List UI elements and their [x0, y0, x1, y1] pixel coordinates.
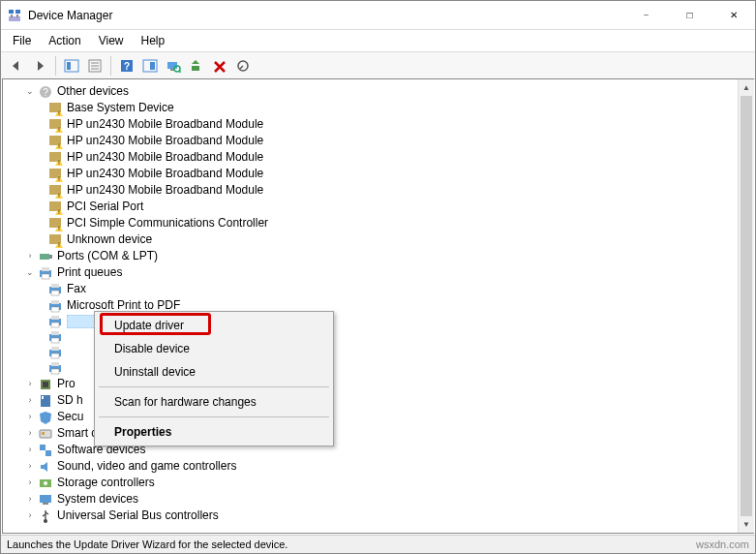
usb-icon [38, 508, 53, 524]
svg-line-18 [179, 71, 181, 73]
svg-text:!: ! [58, 208, 60, 215]
maximize-button[interactable]: □ [668, 1, 711, 30]
tree-node-device[interactable]: !HP un2430 Mobile Broadband Module [5, 182, 751, 199]
svg-rect-60 [51, 307, 59, 312]
tree-node-storage[interactable]: ›Storage controllers [5, 475, 751, 491]
sd-icon [38, 393, 53, 409]
svg-rect-54 [42, 274, 49, 279]
printer-icon [47, 314, 63, 329]
expander-icon[interactable]: ⌄ [24, 267, 36, 279]
expander-icon[interactable]: › [24, 379, 36, 390]
svg-rect-80 [45, 450, 51, 456]
scroll-thumb[interactable] [741, 96, 752, 516]
other-devices-icon: ? [38, 84, 53, 100]
tree-node-sound[interactable]: ›Sound, video and game controllers [5, 458, 751, 475]
tree-node-print-queues[interactable]: ⌄ Print queues [5, 264, 751, 281]
help-button[interactable]: ? [115, 55, 138, 77]
svg-text:!: ! [58, 159, 60, 166]
minimize-button[interactable]: − [624, 1, 668, 30]
expander-icon[interactable]: › [24, 412, 36, 423]
tree-node-device[interactable]: !Base System Device [5, 100, 751, 116]
menu-action[interactable]: Action [41, 32, 88, 49]
svg-text:?: ? [124, 61, 130, 72]
device-tree[interactable]: ⌄ ? Other devices !Base System Device !H… [2, 78, 754, 534]
update-driver-button[interactable] [185, 55, 208, 77]
expander-icon[interactable]: › [24, 510, 36, 522]
expander-icon[interactable]: › [24, 461, 36, 473]
svg-rect-2 [9, 16, 20, 21]
tree-node-usb[interactable]: ›Universal Serial Bus controllers [5, 508, 751, 524]
node-label: HP un2430 Mobile Broadband Module [67, 182, 263, 199]
menu-file[interactable]: File [5, 32, 39, 49]
svg-rect-71 [51, 362, 59, 366]
uninstall-button[interactable] [208, 55, 231, 77]
svg-point-85 [44, 519, 47, 523]
svg-rect-14 [150, 62, 155, 70]
warning-device-icon: ! [47, 167, 63, 182]
cm-update-driver[interactable]: Update driver [97, 314, 331, 337]
smart-card-icon [38, 426, 53, 442]
tree-node-device[interactable]: !PCI Simple Communications Controller [5, 215, 751, 231]
scroll-down-button[interactable]: ▼ [739, 516, 754, 533]
sound-icon [38, 459, 53, 475]
node-label: HP un2430 Mobile Broadband Module [67, 116, 263, 133]
printer-icon [47, 298, 63, 314]
status-bar: Launches the Update Driver Wizard for th… [1, 535, 755, 553]
close-button[interactable]: ✕ [711, 1, 755, 30]
node-label: Pro [57, 376, 76, 392]
expander-icon[interactable]: › [24, 477, 36, 489]
cm-disable-device[interactable]: Disable device [97, 337, 331, 360]
tree-node-other-devices[interactable]: ⌄ ? Other devices [5, 83, 751, 100]
svg-rect-78 [42, 432, 45, 435]
node-label: Secu [57, 409, 83, 425]
scroll-up-button[interactable]: ▲ [739, 79, 754, 96]
forward-button[interactable] [28, 55, 51, 77]
title-bar: Device Manager − □ ✕ [1, 1, 755, 30]
back-button[interactable] [5, 55, 28, 77]
svg-rect-68 [51, 347, 59, 351]
expander-icon[interactable]: › [24, 494, 36, 506]
security-icon [38, 410, 53, 425]
tree-node-device[interactable]: !HP un2430 Mobile Broadband Module [5, 133, 751, 149]
svg-rect-1 [15, 10, 20, 14]
svg-rect-57 [51, 291, 59, 295]
node-label: PCI Serial Port [67, 199, 143, 215]
properties-button[interactable] [83, 55, 106, 77]
expander-icon[interactable]: › [24, 445, 36, 456]
cm-properties[interactable]: Properties [97, 420, 331, 444]
node-label: HP un2430 Mobile Broadband Module [67, 149, 263, 166]
expander-icon[interactable]: ⌄ [24, 86, 36, 98]
cm-scan-hardware[interactable]: Scan for hardware changes [97, 390, 331, 414]
cm-uninstall-device[interactable]: Uninstall device [97, 360, 331, 384]
tree-node-ports[interactable]: › Ports (COM & LPT) [5, 248, 751, 264]
scan-hardware-button[interactable] [162, 55, 185, 77]
separator [99, 416, 329, 417]
tree-node-device[interactable]: !HP un2430 Mobile Broadband Module [5, 166, 751, 182]
warning-device-icon: ! [47, 183, 63, 199]
tree-node-device[interactable]: !HP un2430 Mobile Broadband Module [5, 149, 751, 166]
expander-icon[interactable]: › [24, 251, 36, 262]
tree-node-device[interactable]: !HP un2430 Mobile Broadband Module [5, 116, 751, 133]
svg-rect-79 [40, 445, 45, 450]
svg-rect-51 [49, 255, 52, 259]
tree-node-system[interactable]: ›System devices [5, 491, 751, 508]
window-title: Device Manager [28, 9, 624, 22]
menu-help[interactable]: Help [134, 32, 173, 49]
show-hide-tree-button[interactable] [60, 55, 83, 77]
menu-view[interactable]: View [91, 32, 132, 49]
tree-node-device[interactable]: !Unknown device [5, 231, 751, 248]
disable-button[interactable] [231, 55, 255, 77]
svg-rect-62 [51, 316, 59, 320]
svg-rect-59 [51, 300, 59, 304]
node-label: Other devices [57, 83, 129, 100]
svg-text:!: ! [58, 241, 60, 248]
action-button[interactable] [138, 55, 162, 77]
expander-icon[interactable]: › [24, 428, 36, 440]
expander-icon[interactable]: › [24, 395, 36, 407]
node-label: Sound, video and game controllers [57, 458, 236, 475]
tree-node-device[interactable]: !PCI Serial Port [5, 199, 751, 215]
tree-node-fax[interactable]: Fax [5, 281, 751, 297]
node-label: HP un2430 Mobile Broadband Module [67, 133, 263, 149]
vertical-scrollbar[interactable]: ▲ ▼ [738, 79, 754, 533]
system-icon [38, 492, 53, 508]
